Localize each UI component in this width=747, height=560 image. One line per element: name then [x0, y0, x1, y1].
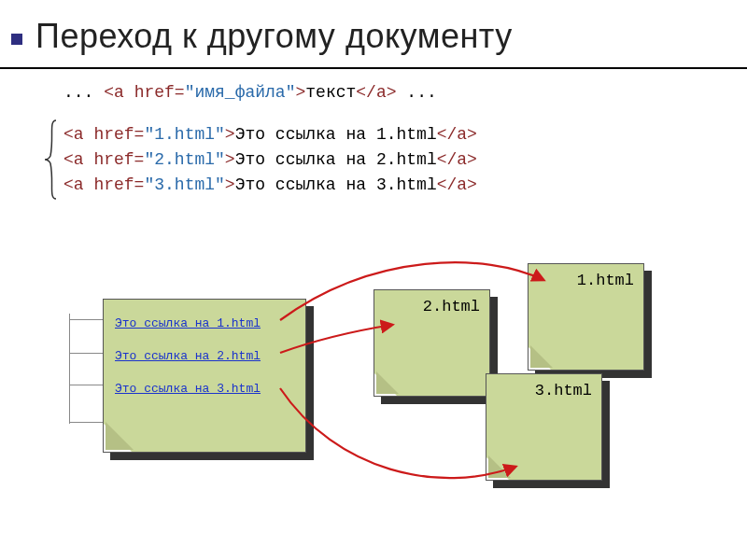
slide-title: Переход к другому документу	[0, 0, 747, 60]
target-label: 3.html	[535, 382, 592, 399]
target-page-1: 1.html	[528, 263, 644, 371]
target-page-2: 2.html	[374, 289, 490, 397]
code-examples: <a href="1.html">Это ссылка на 1.html</a…	[63, 122, 747, 198]
source-page: Это ссылка на 1.html Это ссылка на 2.htm…	[103, 299, 306, 453]
brace-icon	[43, 119, 60, 201]
rendered-link[interactable]: Это ссылка на 1.html	[115, 316, 298, 330]
title-bullet-icon	[11, 34, 22, 45]
target-page-3: 3.html	[486, 373, 602, 481]
leader-ticks	[69, 314, 70, 424]
rendered-links-list: Это ссылка на 1.html Это ссылка на 2.htm…	[104, 300, 305, 396]
rendered-link[interactable]: Это ссылка на 2.html	[115, 349, 298, 363]
title-underline	[0, 67, 747, 69]
example-row: <a href="1.html">Это ссылка на 1.html</a…	[63, 122, 747, 147]
rendered-link[interactable]: Это ссылка на 3.html	[115, 382, 298, 396]
example-row: <a href="3.html">Это ссылка на 3.html</a…	[63, 173, 747, 198]
target-label: 2.html	[423, 298, 480, 315]
syntax-line: ... <a href="имя_файла">текст</a> ...	[63, 80, 747, 105]
target-label: 1.html	[577, 272, 634, 289]
example-row: <a href="2.html">Это ссылка на 2.html</a…	[63, 147, 747, 173]
